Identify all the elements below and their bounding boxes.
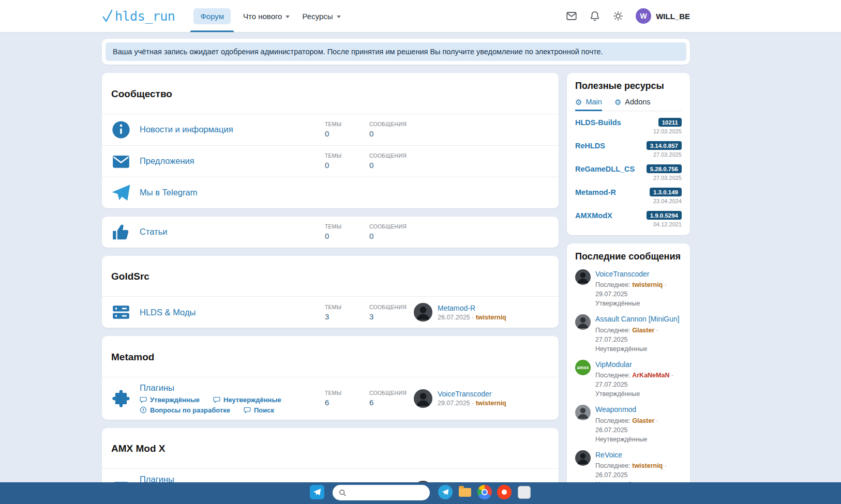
messages-label: СООБЩЕНИЯ xyxy=(369,152,414,159)
post-link[interactable]: Weaponmod xyxy=(595,405,682,414)
alerts-bell-icon[interactable] xyxy=(589,10,600,22)
latest-thread-link[interactable]: VoiceTranscoder xyxy=(438,390,506,398)
messages-label: СООБЩЕНИЯ xyxy=(369,121,414,127)
browser-icon[interactable] xyxy=(497,485,512,499)
svg-text:?: ? xyxy=(142,408,144,413)
sublink-unapproved[interactable]: Неутверждённые xyxy=(213,396,281,404)
resource-link[interactable]: HLDS-Builds xyxy=(575,118,621,127)
latest-post-item: VoiceTranscoder Последнее: twisterniq · … xyxy=(575,269,682,307)
telegram-icon xyxy=(111,183,131,203)
forum-link-suggestions[interactable]: Предложения xyxy=(140,156,194,166)
user-avatar[interactable]: W xyxy=(636,8,651,24)
avatar[interactable] xyxy=(575,314,591,330)
post-date: 27.07.2025 xyxy=(595,381,628,388)
post-user-link[interactable]: Glaster xyxy=(632,327,654,334)
forum-link-metamod-plugins[interactable]: Плагины xyxy=(140,383,174,393)
post-category: Утверждённые xyxy=(595,390,682,398)
puzzle-icon xyxy=(111,389,131,408)
avatar[interactable] xyxy=(414,303,432,322)
telegram-icon[interactable] xyxy=(438,485,453,499)
node-latest: Metamod-R 26.07.2025 · twisterniq xyxy=(414,302,549,322)
separator: · xyxy=(665,281,667,288)
category-title: GoldSrc xyxy=(102,264,559,288)
avatar[interactable] xyxy=(575,405,591,420)
post-link[interactable]: VipModular xyxy=(595,360,682,369)
chevron-down-icon xyxy=(337,16,341,18)
user-account-chip[interactable]: W WILL_BE xyxy=(636,8,690,24)
tab-main[interactable]: ⚙ Main xyxy=(575,98,602,111)
resource-date: 12.03.2025 xyxy=(575,128,682,134)
post-link[interactable]: VoiceTranscoder xyxy=(595,269,682,279)
forum-link-hlds[interactable]: HLDS & Моды xyxy=(140,308,196,317)
category-community: Сообщество Новости и информация ТЕМЫ0 СО… xyxy=(102,73,559,208)
resource-link[interactable]: ReGameDLL_CS xyxy=(575,165,635,173)
header-actions: W WILL_BE xyxy=(566,8,690,24)
account-approval-notice: Ваша учётная запись ожидает одобрения ад… xyxy=(106,42,686,61)
sidebar: Полезные ресурсы ⚙ Main ⚙ Addons HLDS-Bu… xyxy=(567,73,690,504)
messages-label: СООБЩЕНИЯ xyxy=(369,390,414,396)
forum-link-telegram[interactable]: Мы в Telegram xyxy=(140,188,197,197)
sublink-approved[interactable]: Утверждённые xyxy=(140,396,200,404)
sublinks-row: Утверждённые Неутверждённые xyxy=(140,396,325,404)
envelope-icon xyxy=(111,151,131,171)
resource-link[interactable]: Metamod-R xyxy=(575,188,616,196)
latest-label: Последнее: xyxy=(595,327,630,334)
amxx-avatar[interactable]: amxx xyxy=(575,360,591,375)
post-user-link[interactable]: Glaster xyxy=(632,417,654,424)
post-user-link[interactable]: twisterniq xyxy=(632,281,663,288)
comment-icon xyxy=(140,396,147,403)
sublink-label: Утверждённые xyxy=(150,396,200,404)
user-name: WILL_BE xyxy=(656,12,690,21)
taskbar-search[interactable] xyxy=(333,485,430,500)
latest-label: Последнее: xyxy=(595,372,630,379)
node-row-articles: Статьи ТЕМЫ0 СООБЩЕНИЯ0 xyxy=(102,217,559,248)
theme-sun-icon[interactable] xyxy=(612,10,624,22)
forum-link-articles[interactable]: Статьи xyxy=(140,227,167,237)
folder-icon[interactable] xyxy=(458,485,472,499)
avatar[interactable] xyxy=(575,269,591,285)
messages-count: 3 xyxy=(369,312,414,321)
sublink-search[interactable]: Поиск xyxy=(244,406,274,414)
topics-count: 0 xyxy=(325,232,369,240)
tab-addons[interactable]: ⚙ Addons xyxy=(614,98,651,111)
resource-link[interactable]: ReHLDS xyxy=(575,142,605,150)
post-link[interactable]: ReVoice xyxy=(595,450,682,460)
nav-tab-whats-new[interactable]: Что нового xyxy=(237,0,296,32)
avatar[interactable] xyxy=(575,450,591,466)
node-latest-empty xyxy=(414,151,549,171)
sublinks-row: ? Вопросы по разработке Поиск xyxy=(140,406,325,414)
chrome-icon[interactable] xyxy=(477,485,492,499)
topics-count: 0 xyxy=(325,161,369,170)
resource-link[interactable]: AMXModX xyxy=(575,211,612,220)
node-latest: VoiceTranscoder 29.07.2025 · twisterniq xyxy=(414,389,549,408)
latest-user-link[interactable]: twisterniq xyxy=(476,400,506,407)
post-date: 26.07.2025 xyxy=(595,426,628,434)
avatar[interactable] xyxy=(414,389,432,408)
gear-icon: ⚙ xyxy=(575,98,582,106)
latest-label: Последнее: xyxy=(595,281,630,288)
topics-label: ТЕМЫ xyxy=(325,390,369,396)
node-row-hlds: HLDS & Моды ТЕМЫ3 СООБЩЕНИЯ3 Metamod-R xyxy=(102,296,559,328)
telegram-pinned-icon[interactable] xyxy=(310,485,324,499)
site-logo[interactable]: hlds_run xyxy=(102,8,175,24)
forum-link-news[interactable]: Новости и информация xyxy=(140,125,233,134)
latest-post-item: Weaponmod Последнее: Glaster · 26.07.202… xyxy=(575,405,682,442)
nav-tab-resources[interactable]: Ресурсы xyxy=(296,0,347,32)
latest-date: 26.07.2025 xyxy=(438,314,470,321)
sublink-dev-questions[interactable]: ? Вопросы по разработке xyxy=(140,406,230,414)
latest-posts-block: Последние сообщения VoiceTranscoder Посл… xyxy=(567,243,690,496)
version-badge: 1.9.0.5294 xyxy=(647,211,682,220)
messages-count: 0 xyxy=(369,161,414,170)
messages-icon[interactable] xyxy=(566,10,577,22)
messages-count: 0 xyxy=(369,232,414,240)
latest-thread-link[interactable]: Metamod-R xyxy=(438,304,506,312)
resource-date: 27.03.2025 xyxy=(575,175,682,181)
post-user-link[interactable]: twisterniq xyxy=(632,462,663,469)
app-window-icon[interactable] xyxy=(517,485,531,499)
node-latest-empty xyxy=(414,120,549,140)
post-link[interactable]: Assault Cannon [MiniGun] xyxy=(595,314,682,324)
post-user-link[interactable]: ArKaNeMaN xyxy=(632,372,669,379)
latest-label: Последнее: xyxy=(595,462,630,469)
nav-tab-forum[interactable]: Форум xyxy=(187,0,237,32)
latest-user-link[interactable]: twisterniq xyxy=(476,314,506,321)
